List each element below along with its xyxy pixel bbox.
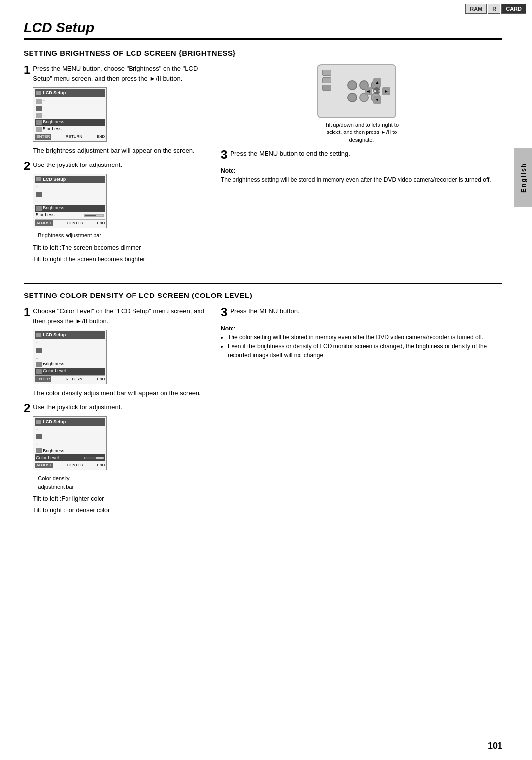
section-color: SETTING COLOR DENSITY OF LCD SCREEN (COL… bbox=[24, 291, 502, 520]
step2-number: 2 bbox=[24, 160, 30, 172]
menu-icon-2 bbox=[36, 177, 41, 181]
menu-title-1: LCD Setup bbox=[35, 89, 105, 97]
step2-body: Use the joystick for adjustment. LCD Set… bbox=[33, 160, 145, 264]
menu-adjust-btn-4: ADJUST bbox=[35, 463, 53, 468]
menu-row-icon-3e bbox=[36, 369, 42, 374]
color-slider-fill bbox=[85, 457, 96, 459]
menu-row-3c: ↓ bbox=[35, 354, 105, 361]
cam-circle-1 bbox=[347, 80, 357, 90]
menu-row-4d: Brightness bbox=[35, 447, 105, 454]
menu-row-1e: 5 or Less bbox=[35, 126, 105, 132]
play-btn: ►II bbox=[373, 87, 380, 94]
camera-body: ▲ ◄ ►II ► ▼ bbox=[317, 64, 396, 118]
section2-heading: SETTING COLOR DENSITY OF LCD SCREEN (COL… bbox=[24, 291, 502, 299]
menu-row-4c: ↓ bbox=[35, 440, 105, 447]
menu-bottom-1: ENTER RETURN END bbox=[35, 133, 105, 140]
menu-row-4e: Color Level bbox=[35, 454, 105, 461]
brightness-slider-fill bbox=[85, 215, 96, 216]
menu-return-1: RETURN bbox=[66, 134, 82, 140]
arrow-down: ▼ bbox=[373, 96, 381, 104]
menu-row-2d: Brightness bbox=[35, 205, 105, 212]
menu-adjust-btn: ADJUST bbox=[35, 220, 53, 226]
menu-icon-3 bbox=[36, 333, 41, 337]
menu-row-1d: Brightness bbox=[35, 119, 105, 126]
badge-r: R bbox=[488, 4, 500, 14]
camera-arrow-controls: ▲ ◄ ►II ► ▼ bbox=[365, 78, 390, 104]
menu-enter-btn-1: ENTER bbox=[35, 134, 51, 140]
menu-row-icon-2b bbox=[36, 192, 42, 197]
menu-row-4b bbox=[35, 433, 105, 440]
menu-row-2c: ↓ bbox=[35, 198, 105, 205]
section1-right-col: ▲ ◄ ►II ► ▼ Tilt up/down and to left/ ri… bbox=[221, 64, 502, 268]
menu-row-3e: Color Level bbox=[35, 368, 105, 375]
s2-step1-subtext: The color density adjustment bar will ap… bbox=[33, 388, 211, 398]
menu-screen-3: LCD Setup ↑ ↓ Brightness bbox=[33, 330, 107, 384]
cam-btn-2 bbox=[322, 77, 331, 83]
step2-tilt-info: Tilt to left :The screen becomes dimmer … bbox=[33, 242, 145, 264]
section1-heading: SETTING BRIGHTNESS OF LCD SCREEN {BRIGHT… bbox=[24, 49, 502, 57]
step1-body: Press the MENU button, choose "Brightnes… bbox=[33, 64, 211, 155]
s2-step2-text: Use the joystick for adjustment. bbox=[33, 402, 122, 412]
step3-text: Press the MENU button to end the setting… bbox=[230, 150, 350, 157]
menu-row-icon-3b bbox=[36, 348, 42, 353]
step3-number: 3 bbox=[221, 149, 227, 161]
menu-slider-row bbox=[84, 214, 104, 217]
section2-right-col: 3 Press the MENU button. Note: The color… bbox=[221, 306, 502, 520]
arrow-left: ◄ bbox=[365, 87, 372, 95]
s2-step2-body: Use the joystick for adjustment. LCD Set… bbox=[33, 402, 122, 516]
note1-text: The brightness setting will be stored in… bbox=[221, 175, 502, 184]
menu-row-3a: ↑ bbox=[35, 340, 105, 347]
language-sidebar: English bbox=[514, 148, 532, 207]
menu-screen-4: LCD Setup ↑ ↓ Brightness bbox=[33, 416, 107, 471]
menu-row-1b bbox=[35, 105, 105, 112]
menu-row-icon-2d bbox=[36, 206, 42, 211]
s2-tilt-left: Tilt to left :For lighter color bbox=[33, 494, 122, 505]
cam-btn-3 bbox=[322, 85, 331, 91]
step1-subtext: The brightness adjustment bar will appea… bbox=[33, 146, 211, 156]
menu-row-icon-1e bbox=[36, 127, 42, 132]
badge-card: CARD bbox=[501, 4, 526, 14]
section2-layout: 1 Choose "Color Level" on the "LCD Setup… bbox=[24, 306, 502, 520]
badge-ram: RAM bbox=[466, 4, 487, 14]
section1-step2: 2 Use the joystick for adjustment. LCD S… bbox=[24, 160, 211, 264]
page-title: LCD Setup bbox=[24, 20, 502, 40]
section-brightness: SETTING BRIGHTNESS OF LCD SCREEN {BRIGHT… bbox=[24, 49, 502, 268]
menu-row-icon-4b bbox=[36, 434, 42, 439]
menu-row-icon-3d bbox=[36, 362, 42, 367]
menu-end-4: END bbox=[97, 463, 105, 468]
s2-step3-number: 3 bbox=[221, 306, 227, 318]
menu-row-2e: 5 or Less bbox=[35, 212, 105, 219]
section1-step3: 3 Press the MENU button to end the setti… bbox=[221, 149, 502, 161]
section2-note: Note: The color setting will be stored i… bbox=[221, 324, 502, 360]
arrow-right: ► bbox=[382, 87, 390, 95]
menu-row-3d: Brightness bbox=[35, 361, 105, 368]
section1-step1: 1 Press the MENU button, choose "Brightn… bbox=[24, 64, 211, 155]
s2-step1-text: Choose "Color Level" on the "LCD Setup" … bbox=[33, 306, 211, 326]
menu-row-icon-4d bbox=[36, 448, 42, 453]
s2-step2-tilt-info: Tilt to left :For lighter color Tilt to … bbox=[33, 494, 122, 516]
menu-row-2b bbox=[35, 191, 105, 198]
step1-number: 1 bbox=[24, 64, 30, 76]
step2-text: Use the joystick for adjustment. bbox=[33, 160, 145, 170]
menu-end-2: END bbox=[97, 220, 105, 226]
menu-end-1: END bbox=[97, 134, 105, 140]
page-number: 101 bbox=[488, 741, 502, 751]
cam-circle-4 bbox=[347, 93, 357, 102]
menu-center-4: CENTER bbox=[67, 463, 83, 468]
menu-row-1c: ↓ bbox=[35, 112, 105, 119]
s2-step2-number: 2 bbox=[24, 402, 30, 414]
s2-step3-text: Press the MENU button. bbox=[230, 307, 299, 315]
menu-screen-2: LCD Setup ↑ ↓ Brightness bbox=[33, 174, 107, 229]
color-level-label: Color Level bbox=[36, 455, 59, 462]
menu-title-2: LCD Setup bbox=[35, 176, 105, 184]
note2-title: Note: bbox=[221, 324, 502, 333]
language-label: English bbox=[520, 163, 527, 193]
section1-note: Note: The brightness setting will be sto… bbox=[221, 166, 502, 184]
menu-row-icon-1b bbox=[36, 106, 42, 111]
section2-step1: 1 Choose "Color Level" on the "LCD Setup… bbox=[24, 306, 211, 397]
tilt-left: Tilt to left :The screen becomes dimmer bbox=[33, 242, 145, 254]
menu-row-icon-1d bbox=[36, 120, 42, 125]
cam-btn-1 bbox=[322, 70, 331, 76]
section-divider bbox=[24, 283, 502, 284]
brightness-slider bbox=[84, 214, 104, 217]
